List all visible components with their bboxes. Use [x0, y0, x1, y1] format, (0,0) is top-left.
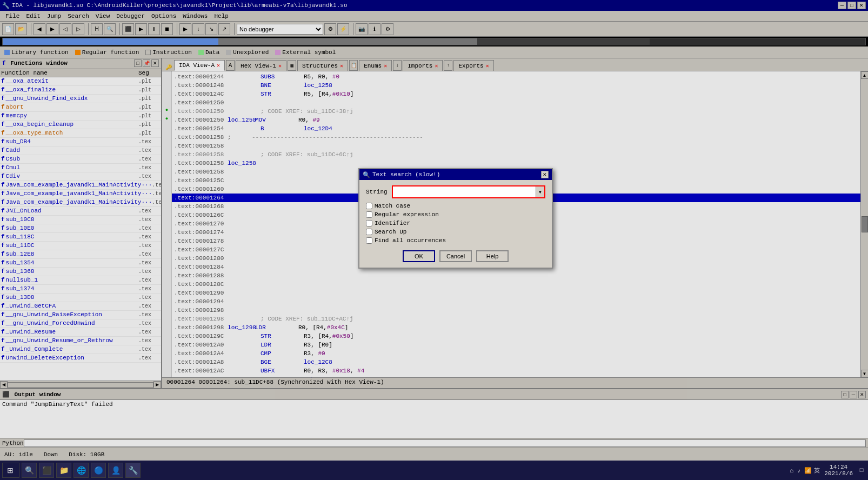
dialog-input-wrapper: ▼ — [392, 185, 545, 198]
dialog-ok-button[interactable]: OK — [403, 250, 435, 262]
checkbox-search-up-input[interactable] — [366, 229, 372, 235]
dialog-dropdown-button[interactable]: ▼ — [536, 186, 544, 197]
dialog-checkboxes: Match case Regular expression Identifier… — [366, 203, 545, 244]
dialog-buttons: OK Cancel Help — [366, 250, 545, 262]
dialog-cancel-button[interactable]: Cancel — [439, 250, 472, 262]
dialog-close-button[interactable]: ✕ — [541, 171, 549, 178]
checkbox-regex-input[interactable] — [366, 211, 372, 218]
dialog-title: Text search (slow!) — [372, 171, 440, 178]
text-search-dialog: 🔍 Text search (slow!) ✕ String ▼ Match c… — [358, 168, 553, 269]
checkbox-search-up-label: Search Up — [375, 229, 406, 235]
checkbox-match-case-input[interactable] — [366, 203, 372, 209]
checkbox-find-all-label: Find all occurrences — [375, 237, 446, 244]
checkbox-regex: Regular expression — [366, 211, 545, 218]
checkbox-identifier-label: Identifier — [375, 220, 410, 226]
checkbox-find-all-input[interactable] — [366, 237, 372, 244]
checkbox-match-case: Match case — [366, 203, 545, 209]
modal-overlay: 🔍 Text search (slow!) ✕ String ▼ Match c… — [0, 0, 868, 480]
checkbox-find-all: Find all occurrences — [366, 237, 545, 244]
checkbox-search-up: Search Up — [366, 229, 545, 235]
dialog-body: String ▼ Match case Regular expression — [359, 180, 552, 268]
dialog-help-button[interactable]: Help — [476, 250, 509, 262]
dialog-input-label: String — [366, 189, 392, 195]
checkbox-regex-label: Regular expression — [375, 211, 439, 218]
checkbox-identifier-input[interactable] — [366, 220, 372, 226]
checkbox-match-case-label: Match case — [375, 203, 410, 209]
dialog-icon: 🔍 — [363, 171, 370, 178]
dialog-input-row: String ▼ — [366, 185, 545, 198]
dialog-search-input[interactable] — [393, 186, 536, 197]
dialog-title-bar: 🔍 Text search (slow!) ✕ — [359, 169, 552, 180]
checkbox-identifier: Identifier — [366, 220, 545, 226]
